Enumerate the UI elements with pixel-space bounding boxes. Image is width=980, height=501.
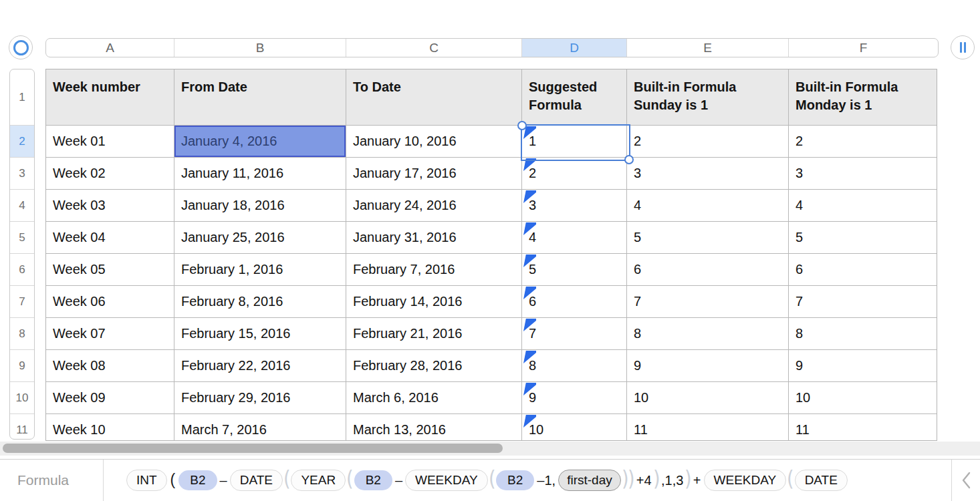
cell-A7[interactable]: Week 06 — [46, 286, 174, 318]
cell-D9[interactable]: 8 — [522, 350, 627, 382]
row-header-8[interactable]: 8 — [10, 318, 34, 350]
formula-token-WEEKDAY[interactable]: WEEKDAY — [704, 470, 787, 491]
cell-B2[interactable]: January 4, 2016 — [174, 126, 346, 158]
formula-token-open-paren[interactable]: ( — [489, 468, 496, 489]
cell-A6[interactable]: Week 05 — [46, 254, 174, 286]
cell-B10[interactable]: February 29, 2016 — [174, 382, 346, 414]
cell-B11[interactable]: March 7, 2016 — [174, 414, 346, 441]
cell-A2[interactable]: Week 01 — [46, 126, 174, 158]
table-header-cell-D[interactable]: Suggested Formula — [522, 69, 627, 126]
formula-token-close-paren[interactable]: ) — [685, 468, 692, 489]
formula-token-13[interactable]: ,1,3 — [661, 473, 683, 488]
cell-F8[interactable]: 8 — [789, 318, 937, 350]
cell-C11[interactable]: March 13, 2016 — [346, 414, 522, 441]
formula-token-close-paren[interactable]: ) — [652, 468, 660, 489]
row-header-2[interactable]: 2 — [10, 126, 34, 158]
cell-F11[interactable]: 11 — [789, 414, 937, 441]
column-header-C[interactable]: C — [346, 39, 522, 57]
cell-C10[interactable]: March 6, 2016 — [346, 382, 522, 414]
cell-C6[interactable]: February 7, 2016 — [346, 254, 522, 286]
row-header-7[interactable]: 7 — [10, 286, 34, 318]
row-header-5[interactable]: 5 — [10, 222, 34, 254]
horizontal-scrollbar[interactable] — [0, 442, 980, 456]
cell-A3[interactable]: Week 02 — [46, 158, 174, 190]
cell-D6[interactable]: 5 — [522, 254, 627, 286]
cell-C5[interactable]: January 31, 2016 — [346, 222, 522, 254]
formula-token-open-paren[interactable]: ( — [787, 468, 794, 489]
cell-E5[interactable]: 5 — [627, 222, 789, 254]
cell-F7[interactable]: 7 — [789, 286, 937, 318]
cell-D5[interactable]: 4 — [522, 222, 627, 254]
formula-token-open-paren[interactable]: ( — [346, 468, 354, 489]
cell-E8[interactable]: 8 — [627, 318, 789, 350]
formula-token-DATE[interactable]: DATE — [230, 470, 283, 491]
column-header-F[interactable]: F — [789, 39, 938, 57]
selection-handle-top-left[interactable] — [517, 121, 527, 130]
cell-E4[interactable]: 4 — [627, 190, 789, 222]
cell-F3[interactable]: 3 — [789, 158, 937, 190]
formula-token-4[interactable]: +4 — [636, 473, 652, 488]
cell-F2[interactable]: 2 — [789, 126, 937, 158]
horizontal-scrollbar-thumb[interactable] — [3, 444, 503, 453]
cell-D11[interactable]: 10 — [522, 414, 627, 441]
formula-token-INT[interactable]: INT — [126, 470, 167, 491]
table-header-cell-B[interactable]: From Date — [174, 69, 346, 126]
cell-B6[interactable]: February 1, 2016 — [174, 254, 346, 286]
formula-token-open-paren[interactable]: ( — [283, 468, 291, 489]
cell-C9[interactable]: February 28, 2016 — [346, 350, 522, 382]
cell-D4[interactable]: 3 — [522, 190, 627, 222]
cell-F5[interactable]: 5 — [789, 222, 937, 254]
formula-token-B2[interactable]: B2 — [178, 470, 217, 490]
formula-token-B2[interactable]: B2 — [496, 470, 534, 490]
column-header-B[interactable]: B — [174, 39, 346, 57]
cell-A5[interactable]: Week 04 — [46, 222, 174, 254]
formula-token-open-paren[interactable]: ( — [170, 471, 176, 489]
cell-B3[interactable]: January 11, 2016 — [174, 158, 346, 190]
formula-token-close-paren[interactable]: ) — [628, 468, 635, 489]
cell-B4[interactable]: January 18, 2016 — [174, 190, 346, 222]
cell-F10[interactable]: 10 — [789, 382, 937, 414]
cell-C2[interactable]: January 10, 2016 — [346, 126, 522, 158]
formula-scroll-left[interactable] — [951, 460, 980, 501]
table-header-cell-C[interactable]: To Date — [346, 69, 522, 126]
selection-handle-bottom-right[interactable] — [624, 155, 634, 164]
formula-token-1[interactable]: –1, — [537, 473, 556, 488]
cell-E3[interactable]: 3 — [627, 158, 789, 190]
column-header-D[interactable]: D — [522, 39, 627, 57]
formula-token-close-paren[interactable]: – — [220, 473, 227, 488]
cell-B8[interactable]: February 15, 2016 — [174, 318, 346, 350]
formula-token-WEEKDAY[interactable]: WEEKDAY — [405, 470, 488, 491]
cell-C4[interactable]: January 24, 2016 — [346, 190, 522, 222]
selected-cell-outline[interactable] — [521, 124, 630, 161]
cell-C7[interactable]: February 14, 2016 — [346, 286, 522, 318]
cell-F9[interactable]: 9 — [789, 350, 937, 382]
table-header-cell-F[interactable]: Built-in Formula Monday is 1 — [789, 69, 937, 126]
cell-F6[interactable]: 6 — [789, 254, 937, 286]
column-header-A[interactable]: A — [46, 39, 174, 57]
cell-E2[interactable]: 2 — [627, 126, 789, 158]
cell-C3[interactable]: January 17, 2016 — [346, 158, 522, 190]
formula-token-DATE[interactable]: DATE — [795, 470, 848, 491]
cell-D3[interactable]: 2 — [522, 158, 627, 190]
cell-E11[interactable]: 11 — [627, 414, 789, 441]
cell-A10[interactable]: Week 09 — [46, 382, 174, 414]
cell-F4[interactable]: 4 — [789, 190, 937, 222]
formula-token-YEAR[interactable]: YEAR — [291, 470, 346, 491]
table-select-button[interactable] — [9, 35, 33, 59]
row-header-3[interactable]: 3 — [10, 158, 34, 190]
cell-E9[interactable]: 9 — [627, 350, 789, 382]
table-header-cell-A[interactable]: Week number — [46, 69, 174, 126]
formula-token-close-paren[interactable]: – — [395, 473, 402, 488]
cell-A11[interactable]: Week 10 — [46, 414, 174, 441]
cell-B7[interactable]: February 8, 2016 — [174, 286, 346, 318]
formula-token-close-paren[interactable]: + — [693, 473, 701, 488]
cell-A4[interactable]: Week 03 — [46, 190, 174, 222]
cell-E6[interactable]: 6 — [627, 254, 789, 286]
column-header-E[interactable]: E — [627, 39, 789, 57]
cell-D8[interactable]: 7 — [522, 318, 627, 350]
row-header-6[interactable]: 6 — [10, 254, 34, 286]
cell-A9[interactable]: Week 08 — [46, 350, 174, 382]
cell-E10[interactable]: 10 — [627, 382, 789, 414]
row-header-10[interactable]: 10 — [10, 382, 34, 414]
cell-C8[interactable]: February 21, 2016 — [346, 318, 522, 350]
